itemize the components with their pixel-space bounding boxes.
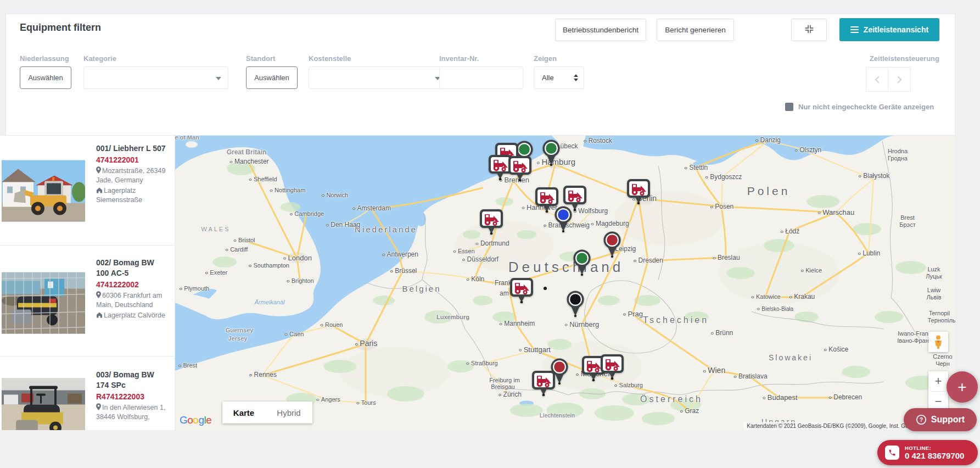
support-button[interactable]: ? Support — [904, 408, 977, 431]
hotline-button[interactable]: HOTLINE: 0 421 83679700 — [877, 440, 978, 465]
timeline-next-button[interactable] — [888, 67, 911, 92]
checkbox[interactable] — [785, 103, 793, 111]
phone-icon — [885, 445, 899, 460]
map[interactable]: DeutschlandPolenNiederlandeBelgienTschec… — [175, 136, 955, 430]
status-circle-marker[interactable] — [602, 231, 623, 260]
help-icon: ? — [916, 414, 927, 425]
label-zeitleistensteuerung: Zeitleistensteuerung — [824, 54, 939, 63]
equipment-depot: Lagerplatz Siemensstraße — [96, 186, 166, 205]
map-pin-icon — [96, 166, 101, 174]
equipment-photo — [2, 378, 85, 430]
page-title: Equipment filtern — [20, 22, 101, 34]
equipment-code-link[interactable]: R4741222003 — [96, 392, 166, 402]
map-type-hybrid[interactable]: Hybrid — [265, 402, 312, 424]
equipment-photo — [2, 272, 85, 334]
inventar-input[interactable] — [440, 67, 523, 88]
add-button[interactable]: + — [947, 371, 978, 403]
chevron-down-icon — [216, 77, 221, 80]
kategorie-dropdown[interactable] — [83, 66, 228, 89]
kostenstelle-dropdown[interactable] — [309, 66, 447, 89]
compress-button[interactable] — [791, 19, 827, 41]
checked-out-filter[interactable]: Nur nicht eingecheckte Geräte anzeigen — [785, 103, 934, 111]
list-item[interactable]: 001/ Liebherr L 507 4741222001 Mozartstr… — [0, 136, 175, 246]
checkbox-label: Nur nicht eingecheckte Geräte anzeigen — [798, 103, 934, 111]
pegman-control[interactable] — [928, 332, 948, 352]
timeline-stepper — [866, 67, 911, 92]
home-icon — [96, 187, 103, 193]
map-pin-icon — [96, 403, 101, 410]
label-kategorie: Kategorie — [83, 54, 116, 63]
equipment-title: 002/ Bomag BW 100 AC-5 — [96, 258, 166, 278]
content-section: 001/ Liebherr L 507 4741222001 Mozartstr… — [0, 136, 955, 430]
equipment-list[interactable]: 001/ Liebherr L 507 4741222001 Mozartstr… — [0, 136, 175, 430]
home-icon — [96, 312, 103, 318]
equipment-location: Mozartstraße, 26349 Jade, Germany — [96, 166, 166, 185]
equipment-location: In den Allerwiesen 1, 38446 Wolfsburg, — [96, 403, 166, 422]
generate-report-button[interactable]: Bericht generieren — [657, 19, 734, 41]
equipment-code-link[interactable]: 4741222001 — [96, 155, 166, 165]
equipment-tractor-marker[interactable] — [479, 208, 504, 237]
equipment-tractor-marker[interactable] — [509, 277, 534, 305]
equipment-depot: Lagerplatz Calvörde — [96, 311, 166, 320]
map-pin-icon — [96, 291, 101, 298]
status-circle-marker[interactable] — [565, 290, 586, 319]
hours-report-button[interactable]: Betriebsstundenbericht — [555, 19, 646, 41]
map-type-control: Karte Hybrid — [222, 402, 312, 424]
label-inventar: Inventar-Nr. — [439, 54, 479, 63]
label-standort: Standort — [246, 54, 275, 63]
equipment-photo — [2, 160, 85, 222]
compress-icon — [803, 23, 815, 37]
list-item[interactable]: 002/ Bomag BW 100 AC-5 4741222002 60306 … — [0, 246, 175, 356]
equipment-tractor-marker[interactable] — [531, 370, 556, 398]
plus-icon: + — [957, 378, 966, 396]
filter-panel: Equipment filtern Betriebsstundenbericht… — [5, 14, 955, 136]
select-spinner-icon — [574, 74, 578, 81]
niederlassung-select-button[interactable]: Auswählen — [20, 66, 71, 89]
status-circle-marker[interactable] — [572, 249, 592, 278]
list-icon — [850, 25, 859, 35]
standort-select-button[interactable]: Auswählen — [246, 66, 298, 89]
map-type-karte[interactable]: Karte — [222, 402, 265, 424]
google-logo: Google — [180, 414, 211, 426]
zeigen-value: Alle — [542, 74, 554, 82]
equipment-code-link[interactable]: 4741222002 — [96, 280, 166, 290]
timeline-view-button[interactable]: Zeitleistenansicht — [839, 18, 939, 41]
equipment-tractor-marker[interactable] — [626, 178, 651, 207]
status-circle-marker[interactable] — [553, 205, 574, 235]
zoom-in-button[interactable]: + — [928, 371, 948, 391]
equipment-title: 001/ Liebherr L 507 — [96, 143, 166, 154]
equipment-tractor-marker[interactable] — [600, 353, 625, 382]
label-niederlassung: Niederlassung — [20, 54, 69, 63]
svg-text:?: ? — [920, 417, 923, 423]
zoom-control: + − — [928, 371, 948, 411]
equipment-title: 003/ Bomag BW 174 SPc — [96, 370, 166, 391]
poi-dot[interactable] — [544, 287, 547, 290]
label-zeigen: Zeigen — [534, 54, 557, 63]
status-circle-marker[interactable] — [541, 139, 562, 168]
equipment-location: 60306 Frankfurt am Main, Deutschland — [96, 291, 166, 310]
label-kostenstelle: Kostenstelle — [309, 54, 351, 63]
inventar-field-wrap — [439, 66, 523, 89]
zeigen-select[interactable]: Alle — [534, 66, 584, 89]
list-item[interactable]: 003/ Bomag BW 174 SPc R4741222003 In den… — [0, 356, 175, 430]
pegman-icon — [933, 335, 943, 349]
timeline-prev-button[interactable] — [866, 67, 888, 92]
equipment-tractor-marker[interactable] — [507, 155, 533, 183]
